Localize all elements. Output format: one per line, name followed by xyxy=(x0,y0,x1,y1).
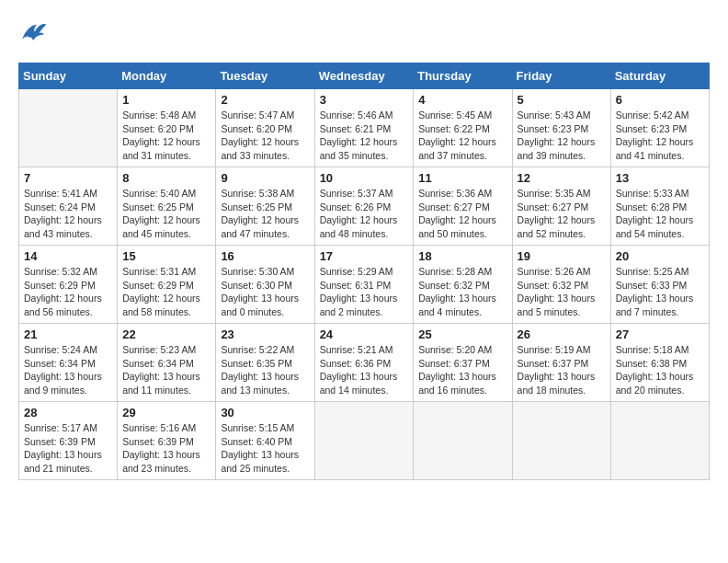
calendar-cell: 5Sunrise: 5:43 AM Sunset: 6:23 PM Daylig… xyxy=(512,89,610,167)
calendar-cell: 29Sunrise: 5:16 AM Sunset: 6:39 PM Dayli… xyxy=(118,402,216,480)
calendar-cell: 26Sunrise: 5:19 AM Sunset: 6:37 PM Dayli… xyxy=(512,324,610,402)
day-number: 9 xyxy=(221,171,309,185)
calendar-cell: 28Sunrise: 5:17 AM Sunset: 6:39 PM Dayli… xyxy=(19,402,118,480)
day-number: 8 xyxy=(122,171,210,185)
day-number: 18 xyxy=(418,249,506,263)
calendar-cell: 6Sunrise: 5:42 AM Sunset: 6:23 PM Daylig… xyxy=(610,89,709,167)
day-number: 14 xyxy=(24,249,112,263)
calendar-cell: 3Sunrise: 5:46 AM Sunset: 6:21 PM Daylig… xyxy=(314,89,414,167)
calendar-cell: 20Sunrise: 5:25 AM Sunset: 6:33 PM Dayli… xyxy=(610,246,709,324)
day-header-wednesday: Wednesday xyxy=(314,63,414,89)
day-number: 23 xyxy=(221,327,309,341)
day-info: Sunrise: 5:19 AM Sunset: 6:37 PM Dayligh… xyxy=(518,343,606,397)
day-header-monday: Monday xyxy=(118,63,216,89)
calendar-cell: 22Sunrise: 5:23 AM Sunset: 6:34 PM Dayli… xyxy=(118,324,216,402)
day-number: 26 xyxy=(518,327,606,341)
logo-icon xyxy=(18,18,48,48)
day-info: Sunrise: 5:31 AM Sunset: 6:29 PM Dayligh… xyxy=(122,265,210,319)
calendar-table: SundayMondayTuesdayWednesdayThursdayFrid… xyxy=(18,63,710,480)
calendar-cell: 15Sunrise: 5:31 AM Sunset: 6:29 PM Dayli… xyxy=(118,246,216,324)
calendar-cell: 9Sunrise: 5:38 AM Sunset: 6:25 PM Daylig… xyxy=(216,167,314,246)
day-number: 13 xyxy=(616,171,704,185)
calendar-cell: 24Sunrise: 5:21 AM Sunset: 6:36 PM Dayli… xyxy=(314,324,414,402)
day-info: Sunrise: 5:21 AM Sunset: 6:36 PM Dayligh… xyxy=(320,343,409,397)
day-info: Sunrise: 5:23 AM Sunset: 6:34 PM Dayligh… xyxy=(122,343,210,397)
day-info: Sunrise: 5:22 AM Sunset: 6:35 PM Dayligh… xyxy=(221,343,309,397)
day-number: 1 xyxy=(122,93,210,107)
day-number: 29 xyxy=(122,406,210,419)
calendar-cell: 17Sunrise: 5:29 AM Sunset: 6:31 PM Dayli… xyxy=(314,246,414,324)
calendar-cell: 27Sunrise: 5:18 AM Sunset: 6:38 PM Dayli… xyxy=(610,324,709,402)
logo xyxy=(18,18,51,48)
day-header-sunday: Sunday xyxy=(19,63,118,89)
day-number: 20 xyxy=(616,249,704,263)
calendar-cell: 19Sunrise: 5:26 AM Sunset: 6:32 PM Dayli… xyxy=(512,246,610,324)
day-number: 27 xyxy=(616,327,704,341)
day-number: 15 xyxy=(122,249,210,263)
calendar-cell xyxy=(610,402,709,480)
page-header xyxy=(18,18,710,48)
week-row-2: 7Sunrise: 5:41 AM Sunset: 6:24 PM Daylig… xyxy=(19,167,710,246)
week-row-5: 28Sunrise: 5:17 AM Sunset: 6:39 PM Dayli… xyxy=(19,402,710,480)
week-row-4: 21Sunrise: 5:24 AM Sunset: 6:34 PM Dayli… xyxy=(19,324,710,402)
calendar-cell: 7Sunrise: 5:41 AM Sunset: 6:24 PM Daylig… xyxy=(19,167,118,246)
calendar-cell: 12Sunrise: 5:35 AM Sunset: 6:27 PM Dayli… xyxy=(512,167,610,246)
calendar-cell: 1Sunrise: 5:48 AM Sunset: 6:20 PM Daylig… xyxy=(118,89,216,167)
day-info: Sunrise: 5:46 AM Sunset: 6:21 PM Dayligh… xyxy=(320,109,409,163)
day-info: Sunrise: 5:26 AM Sunset: 6:32 PM Dayligh… xyxy=(518,265,606,319)
day-info: Sunrise: 5:48 AM Sunset: 6:20 PM Dayligh… xyxy=(122,109,210,163)
day-info: Sunrise: 5:36 AM Sunset: 6:27 PM Dayligh… xyxy=(418,187,506,241)
calendar-cell xyxy=(314,402,414,480)
day-info: Sunrise: 5:43 AM Sunset: 6:23 PM Dayligh… xyxy=(518,109,606,163)
day-info: Sunrise: 5:16 AM Sunset: 6:39 PM Dayligh… xyxy=(122,421,210,476)
day-number: 2 xyxy=(221,93,309,107)
calendar-cell xyxy=(512,402,610,480)
day-header-thursday: Thursday xyxy=(414,63,512,89)
day-number: 10 xyxy=(320,171,409,185)
day-number: 30 xyxy=(221,406,309,419)
day-info: Sunrise: 5:18 AM Sunset: 6:38 PM Dayligh… xyxy=(616,343,704,397)
day-info: Sunrise: 5:17 AM Sunset: 6:39 PM Dayligh… xyxy=(24,421,112,476)
day-number: 21 xyxy=(24,327,112,341)
day-info: Sunrise: 5:35 AM Sunset: 6:27 PM Dayligh… xyxy=(518,187,606,241)
day-number: 5 xyxy=(518,93,606,107)
day-number: 22 xyxy=(122,327,210,341)
day-info: Sunrise: 5:30 AM Sunset: 6:30 PM Dayligh… xyxy=(221,265,309,319)
calendar-cell: 18Sunrise: 5:28 AM Sunset: 6:32 PM Dayli… xyxy=(414,246,512,324)
day-number: 7 xyxy=(24,171,112,185)
calendar-cell: 21Sunrise: 5:24 AM Sunset: 6:34 PM Dayli… xyxy=(19,324,118,402)
calendar-cell: 25Sunrise: 5:20 AM Sunset: 6:37 PM Dayli… xyxy=(414,324,512,402)
day-info: Sunrise: 5:42 AM Sunset: 6:23 PM Dayligh… xyxy=(616,109,704,163)
day-info: Sunrise: 5:25 AM Sunset: 6:33 PM Dayligh… xyxy=(616,265,704,319)
day-number: 28 xyxy=(24,406,112,419)
day-info: Sunrise: 5:37 AM Sunset: 6:26 PM Dayligh… xyxy=(320,187,409,241)
day-number: 24 xyxy=(320,327,409,341)
day-number: 17 xyxy=(320,249,409,263)
day-number: 25 xyxy=(418,327,506,341)
calendar-cell xyxy=(414,402,512,480)
calendar-cell: 11Sunrise: 5:36 AM Sunset: 6:27 PM Dayli… xyxy=(414,167,512,246)
calendar-cell: 10Sunrise: 5:37 AM Sunset: 6:26 PM Dayli… xyxy=(314,167,414,246)
day-info: Sunrise: 5:33 AM Sunset: 6:28 PM Dayligh… xyxy=(616,187,704,241)
day-info: Sunrise: 5:41 AM Sunset: 6:24 PM Dayligh… xyxy=(24,187,112,241)
day-header-saturday: Saturday xyxy=(610,63,709,89)
day-info: Sunrise: 5:32 AM Sunset: 6:29 PM Dayligh… xyxy=(24,265,112,319)
day-info: Sunrise: 5:40 AM Sunset: 6:25 PM Dayligh… xyxy=(122,187,210,241)
day-number: 4 xyxy=(418,93,506,107)
calendar-header-row: SundayMondayTuesdayWednesdayThursdayFrid… xyxy=(19,63,710,89)
calendar-cell: 2Sunrise: 5:47 AM Sunset: 6:20 PM Daylig… xyxy=(216,89,314,167)
day-number: 6 xyxy=(616,93,704,107)
day-info: Sunrise: 5:24 AM Sunset: 6:34 PM Dayligh… xyxy=(24,343,112,397)
calendar-cell: 30Sunrise: 5:15 AM Sunset: 6:40 PM Dayli… xyxy=(216,402,314,480)
day-number: 11 xyxy=(418,171,506,185)
day-header-tuesday: Tuesday xyxy=(216,63,314,89)
calendar-cell: 13Sunrise: 5:33 AM Sunset: 6:28 PM Dayli… xyxy=(610,167,709,246)
day-number: 19 xyxy=(518,249,606,263)
day-info: Sunrise: 5:38 AM Sunset: 6:25 PM Dayligh… xyxy=(221,187,309,241)
day-info: Sunrise: 5:29 AM Sunset: 6:31 PM Dayligh… xyxy=(320,265,409,319)
day-number: 16 xyxy=(221,249,309,263)
calendar-cell: 4Sunrise: 5:45 AM Sunset: 6:22 PM Daylig… xyxy=(414,89,512,167)
calendar-cell: 14Sunrise: 5:32 AM Sunset: 6:29 PM Dayli… xyxy=(19,246,118,324)
calendar-cell: 23Sunrise: 5:22 AM Sunset: 6:35 PM Dayli… xyxy=(216,324,314,402)
day-number: 12 xyxy=(518,171,606,185)
